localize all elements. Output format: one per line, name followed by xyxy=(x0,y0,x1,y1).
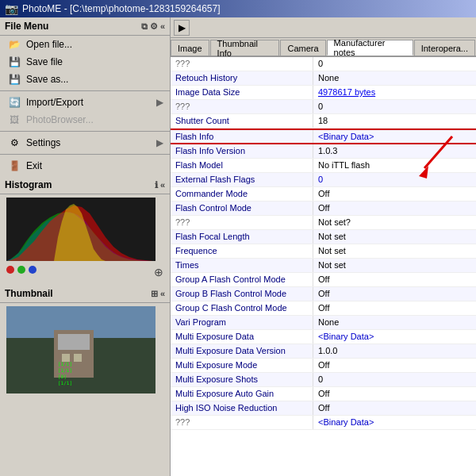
histogram-header: Histogram ℹ « xyxy=(0,176,170,194)
thumbnail-label: Thumbnail xyxy=(5,288,53,299)
svg-text:[1/1]: [1/1] xyxy=(58,380,72,386)
row-key: Vari Program xyxy=(171,316,313,329)
row-value: <Binary Data> xyxy=(313,416,476,429)
red-dot xyxy=(6,266,14,274)
menu-item-import-export[interactable]: 🔄 Import/Export ▶ xyxy=(0,94,170,111)
expand-icon[interactable]: « xyxy=(160,21,165,32)
row-value: Off xyxy=(313,287,476,301)
menu-item-save-as[interactable]: 💾 Save as... xyxy=(0,71,170,88)
row-key: ??? xyxy=(171,100,313,113)
left-panel: File Menu ⧉ ⚙ « 📂 Open file... 💾 Save fi… xyxy=(0,17,171,476)
menu-items-container: 📂 Open file... 💾 Save file 💾 Save as... … xyxy=(0,36,170,175)
row-value: Off xyxy=(313,301,476,315)
row-key: Image Data Size xyxy=(171,86,313,99)
histogram-canvas xyxy=(6,198,155,261)
menu-item-open-file[interactable]: 📂 Open file... xyxy=(0,36,170,53)
nav-right-arrow[interactable]: ▶ xyxy=(174,20,190,36)
thumbnail-expand-icon[interactable]: « xyxy=(160,289,165,299)
row-value: No iTTL flash xyxy=(313,159,476,172)
menu-label-exit: Exit xyxy=(26,160,42,171)
table-row: Multi Exposure Data<Binary Data> xyxy=(171,330,476,344)
menu-icon-settings: ⚙ xyxy=(6,136,22,149)
svg-text:[1/1]: [1/1] xyxy=(58,361,72,367)
table-row: Multi Exposure Auto GainOff xyxy=(171,387,476,401)
table-row: Group B Flash Control ModeOff xyxy=(171,287,476,301)
row-key: Multi Exposure Shots xyxy=(171,373,313,386)
row-key: Multi Exposure Mode xyxy=(171,359,313,372)
row-value: Off xyxy=(313,401,476,415)
data-table: ???0Retouch HistoryNoneImage Data Size49… xyxy=(171,57,476,476)
table-row: FrequenceNot set xyxy=(171,244,476,259)
row-value: 1.0.3 xyxy=(313,144,476,158)
table-row: Flash ModelNo iTTL flash xyxy=(171,159,476,173)
tab-image[interactable]: Image xyxy=(171,40,209,56)
menu-item-save-file[interactable]: 💾 Save file xyxy=(0,53,170,71)
histogram-section: Histogram ℹ « xyxy=(0,176,170,282)
tab-interoperability[interactable]: Interopera... xyxy=(414,40,475,56)
copy-icon[interactable]: ⧉ xyxy=(141,21,148,32)
table-row: Group C Flash Control ModeOff xyxy=(171,301,476,316)
row-value: 4978617 bytes xyxy=(313,86,476,99)
right-panel: ▶ Image Thumbnail Info Camera Manufactur… xyxy=(171,17,476,476)
row-key: Group B Flash Control Mode xyxy=(171,287,313,301)
histogram-expand-icon[interactable]: « xyxy=(160,180,165,190)
menu-separator-separator3 xyxy=(0,154,170,155)
thumbnail-section: Thumbnail ⊞ « xyxy=(0,285,170,393)
row-value: 0 xyxy=(313,373,476,386)
table-row: TimesNot set xyxy=(171,259,476,273)
table-row: Group A Flash Control ModeOff xyxy=(171,273,476,287)
row-key: Flash Info Version xyxy=(171,144,313,158)
row-key: Shutter Count xyxy=(171,114,313,128)
svg-rect-3 xyxy=(58,334,90,350)
row-key: Group A Flash Control Mode xyxy=(171,273,313,286)
table-row: ???Not set? xyxy=(171,216,476,230)
right-toolbar: ▶ xyxy=(171,17,476,38)
table-row: ???0 xyxy=(171,57,476,71)
menu-item-photo-browser: 🖼 PhotoBrowser... xyxy=(0,111,170,129)
submenu-arrow-import-export: ▶ xyxy=(156,97,163,108)
row-value: Off xyxy=(313,387,476,401)
app-icon: 📷 xyxy=(5,2,18,15)
table-row: Multi Exposure ModeOff xyxy=(171,359,476,373)
table-row: Flash Info<Binary Data> xyxy=(171,129,476,144)
table-row: Multi Exposure Shots0 xyxy=(171,373,476,387)
menu-icon-open-file: 📂 xyxy=(6,38,22,51)
row-key: Multi Exposure Data xyxy=(171,330,313,344)
file-menu-label: File Menu xyxy=(5,21,48,32)
table-row: Image Data Size4978617 bytes xyxy=(171,86,476,100)
row-key: ??? xyxy=(171,57,313,71)
svg-text:[1/1]: [1/1] xyxy=(58,367,72,373)
thumbnail-header: Thumbnail ⊞ « xyxy=(0,285,170,303)
histogram-zoom-icon[interactable]: ⊕ xyxy=(154,266,163,278)
histogram-label: Histogram xyxy=(5,179,52,190)
histogram-dots: ⊕ xyxy=(0,264,170,282)
row-value: None xyxy=(313,71,476,85)
menu-icon-photo-browser: 🖼 xyxy=(6,113,22,126)
row-key: Multi Exposure Auto Gain xyxy=(171,387,313,401)
row-value: Not set xyxy=(313,244,476,258)
table-row: Flash Focal LengthNot set xyxy=(171,230,476,244)
menu-icon-import-export: 🔄 xyxy=(6,96,22,109)
svg-text:[0]: [0] xyxy=(58,374,67,379)
tab-camera[interactable]: Camera xyxy=(280,40,325,56)
menu-item-exit[interactable]: 🚪 Exit xyxy=(0,157,170,175)
tabs-row: Image Thumbnail Info Camera Manufacturer… xyxy=(171,38,476,57)
table-row: Shutter Count18 xyxy=(171,114,476,129)
histogram-info-icon[interactable]: ℹ xyxy=(155,180,158,190)
row-key: Flash Control Mode xyxy=(171,202,313,215)
tab-manufacturer-notes[interactable]: Manufacturer notes xyxy=(327,40,413,56)
menu-label-save-as: Save as... xyxy=(26,74,68,85)
row-key: Retouch History xyxy=(171,71,313,85)
row-value: <Binary Data> xyxy=(313,130,476,143)
blue-dot xyxy=(29,266,36,274)
table-row: Vari ProgramNone xyxy=(171,316,476,330)
row-key: Flash Focal Length xyxy=(171,230,313,244)
menu-item-settings[interactable]: ⚙ Settings ▶ xyxy=(0,134,170,152)
menu-label-import-export: Import/Export xyxy=(26,97,83,108)
menu-label-open-file: Open file... xyxy=(26,39,72,50)
settings-icon[interactable]: ⚙ xyxy=(150,21,158,32)
menu-label-save-file: Save file xyxy=(26,56,63,67)
thumbnail-grid-icon[interactable]: ⊞ xyxy=(151,289,158,299)
row-value: Off xyxy=(313,273,476,286)
tab-thumbnail-info[interactable]: Thumbnail Info xyxy=(210,40,280,56)
